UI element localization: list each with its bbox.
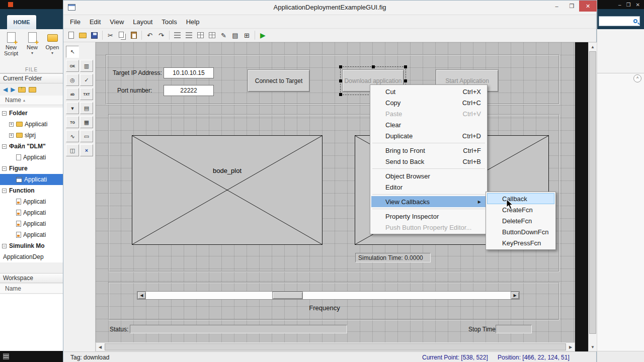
back-button[interactable]: ◀ (3, 86, 8, 93)
submenu-item-deletefcn[interactable]: DeleteFcn (487, 215, 554, 226)
menu-item-bring-to-front[interactable]: Bring to Front Ctrl+F (371, 145, 486, 156)
tree-item-function-file[interactable]: Applicati (0, 229, 63, 240)
mfile-editor-button[interactable]: ✎ (218, 30, 229, 41)
connect-to-target-button[interactable]: Connect to Target (248, 69, 310, 92)
menu-editor-button[interactable] (184, 30, 194, 41)
scroll-down-button[interactable]: ▼ (589, 343, 597, 351)
name-column-header[interactable]: Name ▴ (0, 96, 63, 105)
status-field[interactable] (130, 325, 347, 333)
browse-folder-button[interactable] (29, 87, 36, 93)
save-button[interactable] (89, 30, 100, 41)
static-text-tool[interactable]: TXT (80, 88, 93, 100)
cut-button[interactable]: ✂ (105, 30, 116, 41)
table-tool[interactable]: ▦ (80, 116, 93, 128)
vertical-scroll-thumb[interactable] (589, 51, 596, 334)
activex-tool[interactable]: × (80, 144, 93, 156)
guide-titlebar[interactable]: ApplicationDeploymentExampleGUI.fig – ❒ … (63, 1, 596, 15)
maximize-button[interactable]: ❒ (565, 1, 579, 12)
copy-button[interactable] (117, 30, 127, 41)
tab-home[interactable]: HOME (7, 15, 36, 29)
menu-edit[interactable]: Edit (85, 16, 105, 28)
port-number-field[interactable]: 22222 (164, 85, 214, 96)
object-browser-button[interactable]: ⊞ (242, 30, 252, 41)
menu-item-push-button-property-editor[interactable]: Push Button Property Editor... (371, 222, 486, 233)
menu-file[interactable]: File (65, 16, 85, 28)
push-button-tool[interactable]: OK (66, 60, 79, 72)
horizontal-scroll-thumb[interactable] (105, 343, 566, 350)
close-icon[interactable]: ✕ (636, 2, 640, 8)
port-number-label[interactable]: Port number: (117, 87, 152, 94)
menu-view[interactable]: View (105, 16, 128, 28)
align-objects-button[interactable] (172, 30, 183, 41)
menu-item-clear[interactable]: Clear (371, 119, 486, 130)
axes-tool[interactable]: ∿ (66, 130, 79, 142)
tree-group-dlm[interactable]: − Файл "DLM" (0, 141, 63, 152)
frequency-panel[interactable]: ◀ ▶ Frequency (108, 282, 559, 320)
property-inspector-button[interactable]: ▤ (230, 30, 240, 41)
run-button[interactable]: ▶ (258, 30, 268, 41)
tree-group-function[interactable]: − Function (0, 185, 63, 196)
vertical-scrollbar[interactable]: ▲ ▼ (588, 42, 597, 351)
edit-text-tool[interactable]: ab (66, 88, 79, 100)
menu-item-send-to-back[interactable]: Send to Back Ctrl+B (371, 156, 486, 167)
stop-time-label[interactable]: Stop Time: (468, 326, 497, 333)
expand-icon[interactable]: + (9, 122, 14, 127)
collapse-panel-button[interactable]: ^ (633, 74, 641, 82)
workspace-name-column-header[interactable]: Name (0, 284, 63, 294)
minimize-button[interactable]: – (549, 1, 564, 12)
menu-item-view-callbacks[interactable]: View Callbacks ▶ (371, 196, 486, 207)
simulation-time-text[interactable]: Simulation Time: 0.0000 (355, 253, 431, 262)
menu-item-cut[interactable]: Cut Ctrl+X (371, 86, 486, 97)
tree-group-folder[interactable]: − Folder (0, 108, 63, 119)
menu-layout[interactable]: Layout (128, 16, 157, 28)
slider-left-arrow[interactable]: ◀ (137, 292, 146, 299)
menu-item-editor[interactable]: Editor (371, 182, 486, 193)
scroll-left-button[interactable]: ◀ (96, 343, 104, 351)
tree-item-dlm-file[interactable]: Applicati (0, 152, 63, 163)
frequency-slider[interactable]: ◀ ▶ (137, 291, 520, 300)
checkbox-tool[interactable]: ✓ (80, 74, 93, 86)
close-button[interactable]: ✕ (579, 1, 597, 12)
listbox-tool[interactable]: ▤ (80, 102, 93, 114)
redo-button[interactable]: ↷ (156, 30, 167, 41)
tree-group-simulink-model[interactable]: − Simulink Mo (0, 240, 63, 251)
tree-item-function-file[interactable]: Applicati (0, 207, 63, 218)
submenu-item-callback[interactable]: Callback (487, 193, 554, 204)
tree-item-function-file[interactable]: Applicati (0, 196, 63, 207)
select-tool[interactable]: ↖ (66, 46, 79, 58)
submenu-item-keypressfcn[interactable]: KeyPressFcn (487, 237, 554, 248)
collapse-icon[interactable]: − (2, 111, 7, 116)
tree-item-function-file[interactable]: Applicati (0, 218, 63, 229)
forward-button[interactable]: ▶ (11, 86, 15, 93)
tree-group-figure[interactable]: − Figure (0, 163, 63, 174)
collapse-icon[interactable]: − (2, 166, 7, 171)
tree-item-simulink-model-file[interactable]: ApplicationDep (0, 251, 63, 262)
scroll-right-button[interactable]: ▶ (567, 343, 575, 351)
slider-tool[interactable]: ▥ (80, 60, 93, 72)
menu-item-property-inspector[interactable]: Property Inspector (371, 211, 486, 222)
horizontal-scrollbar[interactable]: ◀ ▶ (96, 342, 575, 351)
slider-thumb[interactable] (272, 292, 303, 299)
current-folder-header[interactable]: Current Folder (0, 73, 63, 83)
ip-address-label[interactable]: Target IP Address: (113, 69, 162, 76)
paste-button[interactable] (128, 30, 139, 41)
ip-address-field[interactable]: 10.10.10.15 (164, 67, 214, 78)
undo-button[interactable]: ↶ (144, 30, 155, 41)
maximize-icon[interactable]: ❒ (626, 2, 631, 8)
search-icon[interactable] (633, 19, 637, 23)
menu-item-copy[interactable]: Copy Ctrl+C (371, 97, 486, 108)
collapse-icon[interactable]: − (2, 144, 7, 149)
menu-item-paste[interactable]: Paste Ctrl+V (371, 108, 486, 119)
toggle-button-tool[interactable]: TG (66, 116, 79, 128)
tree-item-slprj[interactable]: + slprj (0, 130, 63, 141)
menu-item-object-browser[interactable]: Object Browser (371, 170, 486, 182)
slider-right-arrow[interactable]: ▶ (511, 292, 519, 299)
submenu-item-createfcn[interactable]: CreateFcn (487, 204, 554, 215)
search-input[interactable] (599, 16, 640, 26)
open-figure-button[interactable] (77, 30, 88, 41)
collapse-icon[interactable]: − (2, 189, 7, 193)
panel-tool[interactable]: ▭ (80, 130, 93, 142)
new-figure-button[interactable] (66, 30, 76, 41)
button-group-tool[interactable]: ◫ (66, 144, 79, 156)
open-button[interactable]: Open ▾ (42, 32, 62, 56)
